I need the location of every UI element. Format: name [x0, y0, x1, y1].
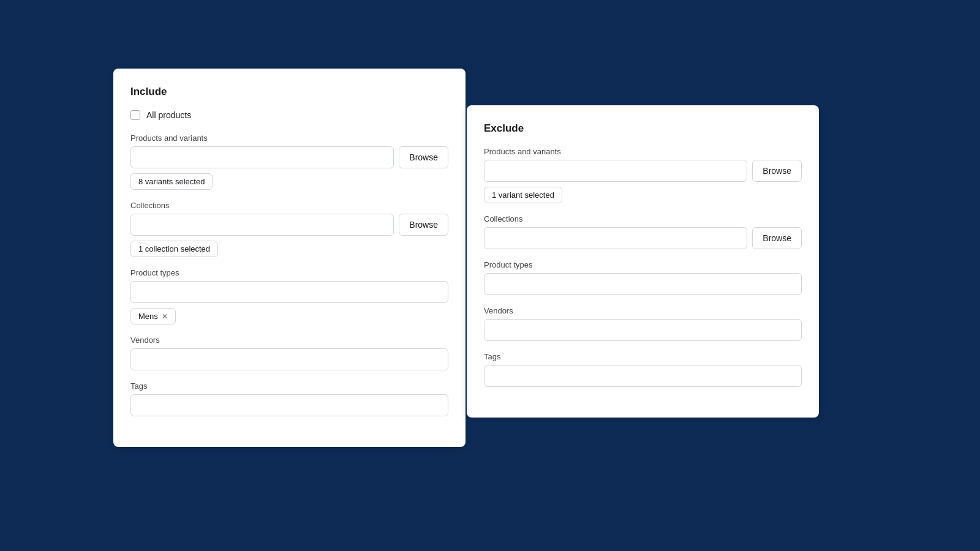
exclude-products-badge: 1 variant selected [484, 187, 562, 203]
exclude-vendors-input[interactable] [484, 319, 802, 341]
all-products-row: All products [130, 110, 448, 120]
exclude-collections-input[interactable] [484, 227, 747, 249]
exclude-vendors-label: Vendors [484, 306, 802, 315]
exclude-products-label: Products and variants [484, 147, 802, 156]
include-collections-input[interactable] [130, 214, 394, 236]
exclude-tags-label: Tags [484, 352, 802, 361]
exclude-collections-input-row: Browse [484, 227, 802, 249]
include-tags-section: Tags [130, 381, 448, 416]
include-vendors-section: Vendors [130, 335, 448, 370]
include-products-section: Products and variants Browse 8 variants … [130, 133, 448, 190]
include-products-input-row: Browse [130, 146, 448, 168]
include-product-types-label: Product types [130, 268, 448, 277]
exclude-collections-browse-button[interactable]: Browse [752, 227, 802, 249]
exclude-collections-label: Collections [484, 214, 802, 223]
exclude-title: Exclude [484, 122, 802, 135]
include-tags-label: Tags [130, 381, 448, 391]
include-product-types-input[interactable] [130, 281, 448, 303]
include-tags-input[interactable] [130, 394, 448, 416]
all-products-checkbox[interactable] [130, 110, 140, 120]
exclude-products-input-row: Browse [484, 160, 802, 182]
include-title: Include [130, 86, 448, 98]
include-mens-tag: Mens ✕ [130, 308, 176, 324]
include-panel: Include All products Products and varian… [113, 69, 466, 447]
include-vendors-label: Vendors [130, 335, 448, 345]
exclude-product-types-section: Product types [484, 260, 802, 295]
include-product-types-section: Product types Mens ✕ [130, 268, 448, 324]
exclude-products-section: Products and variants Browse 1 variant s… [484, 147, 802, 203]
exclude-product-types-label: Product types [484, 260, 802, 269]
include-collections-label: Collections [130, 201, 448, 210]
exclude-product-types-input[interactable] [484, 273, 802, 295]
include-vendors-input[interactable] [130, 348, 448, 370]
include-products-label: Products and variants [130, 133, 448, 143]
include-collections-section: Collections Browse 1 collection selected [130, 201, 448, 257]
include-products-input[interactable] [130, 146, 394, 168]
exclude-panel: Exclude Products and variants Browse 1 v… [467, 105, 819, 418]
exclude-collections-section: Collections Browse [484, 214, 802, 249]
exclude-tags-input[interactable] [484, 365, 802, 387]
include-collections-badge: 1 collection selected [130, 241, 218, 257]
include-collections-input-row: Browse [130, 214, 448, 236]
include-mens-tag-close[interactable]: ✕ [162, 313, 168, 320]
exclude-vendors-section: Vendors [484, 306, 802, 341]
include-collections-browse-button[interactable]: Browse [399, 214, 448, 236]
exclude-products-input[interactable] [484, 160, 747, 182]
include-products-badge: 8 variants selected [130, 173, 213, 190]
exclude-products-browse-button[interactable]: Browse [752, 160, 802, 182]
include-products-browse-button[interactable]: Browse [399, 146, 448, 168]
exclude-tags-section: Tags [484, 352, 802, 387]
all-products-label: All products [146, 110, 191, 120]
